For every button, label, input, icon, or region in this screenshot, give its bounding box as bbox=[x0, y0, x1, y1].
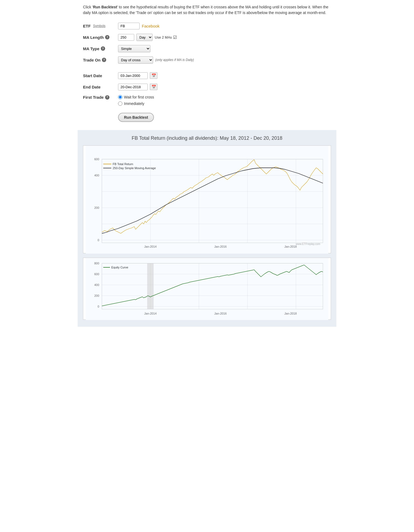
first-trade-label: First Trade ? bbox=[83, 95, 118, 100]
ma-type-row: MA Type ? Simple Exponential Weighted bbox=[83, 44, 331, 53]
chart-section: FB Total Return (including all dividends… bbox=[78, 130, 336, 327]
svg-text:0: 0 bbox=[98, 305, 99, 308]
ma-length-help-icon[interactable]: ? bbox=[105, 35, 109, 39]
end-date-row: End Date 📅 bbox=[83, 83, 331, 91]
end-date-picker-icon[interactable]: 📅 bbox=[150, 84, 157, 90]
first-trade-radio1[interactable] bbox=[118, 95, 122, 99]
etf-row: ETF Symbols Facebook bbox=[83, 22, 331, 30]
x-label-2016: Jan-2016 bbox=[214, 245, 227, 248]
svg-text:600: 600 bbox=[94, 158, 99, 161]
use-2mas-checkbox[interactable]: ☑ bbox=[173, 35, 177, 40]
first-trade-label2: Immediately bbox=[124, 101, 144, 106]
symbols-link[interactable]: Symbols bbox=[93, 24, 105, 28]
svg-text:800: 800 bbox=[94, 262, 99, 265]
ma-type-controls: Simple Exponential Weighted bbox=[118, 45, 150, 52]
equity-chart-svg: 800 600 400 200 0 Equity Curve Jan-2014 … bbox=[83, 258, 331, 320]
start-date-label: Start Date bbox=[83, 73, 118, 78]
run-backtest-button[interactable]: Run Backtest bbox=[118, 113, 154, 122]
svg-text:200: 200 bbox=[94, 294, 99, 297]
trade-on-controls: Day of cross Next day Month-end (only ap… bbox=[118, 56, 194, 64]
first-trade-radio2[interactable] bbox=[118, 101, 122, 106]
symbol-input[interactable] bbox=[118, 23, 140, 29]
first-trade-label1: Wait for first cross bbox=[124, 95, 154, 99]
etf-name-link[interactable]: Facebook bbox=[142, 24, 160, 28]
svg-text:600: 600 bbox=[94, 272, 99, 276]
start-date-input[interactable] bbox=[118, 72, 148, 79]
ma-type-label: MA Type ? bbox=[83, 46, 118, 51]
trade-on-select[interactable]: Day of cross Next day Month-end bbox=[118, 56, 153, 64]
trade-on-help-icon[interactable]: ? bbox=[102, 58, 106, 62]
trade-on-row: Trade On ? Day of cross Next day Month-e… bbox=[83, 56, 331, 64]
first-trade-option1[interactable]: Wait for first cross bbox=[118, 95, 154, 99]
ma-length-controls: Day Week Month Use 2 MAs ☑ bbox=[118, 34, 177, 41]
ma-unit-select[interactable]: Day Week Month bbox=[136, 34, 153, 41]
equity-legend-label: Equity Curve bbox=[111, 266, 128, 269]
equity-x-label-2014: Jan-2014 bbox=[144, 312, 157, 315]
watermark: www.ETFreplay.com bbox=[295, 243, 320, 245]
equity-x-label-2018: Jan-2018 bbox=[284, 312, 297, 315]
ma-type-help-icon[interactable]: ? bbox=[101, 46, 105, 51]
run-backtest-ref: Run Backtest bbox=[93, 5, 117, 9]
use-2mas-label: Use 2 MAs bbox=[155, 35, 172, 39]
start-date-controls: 📅 bbox=[118, 72, 157, 79]
use-2mas-container: Use 2 MAs ☑ bbox=[155, 35, 177, 40]
first-trade-help-icon[interactable]: ? bbox=[105, 95, 109, 100]
trade-on-note: (only applies if MA is Daily) bbox=[155, 58, 194, 62]
svg-rect-0 bbox=[86, 146, 328, 254]
first-trade-radio-group: Wait for first cross Immediately bbox=[118, 95, 154, 106]
x-label-2018: Jan-2018 bbox=[284, 245, 297, 248]
intro-section: Click 'Run Backtest' to see the hypothet… bbox=[78, 0, 336, 19]
end-date-controls: 📅 bbox=[118, 84, 157, 90]
x-label-2014: Jan-2014 bbox=[144, 245, 157, 248]
end-date-label: End Date bbox=[83, 85, 118, 89]
main-chart-svg: 600 400 200 0 FB Total Return 250-Day Si… bbox=[83, 146, 331, 254]
etf-label: ETF Symbols bbox=[83, 24, 118, 28]
form-section: ETF Symbols Facebook MA Length ? Day Wee… bbox=[78, 19, 336, 127]
ma-length-label: MA Length ? bbox=[83, 35, 118, 40]
chart-title: FB Total Return (including all dividends… bbox=[83, 135, 331, 141]
main-chart-container: 600 400 200 0 FB Total Return 250-Day Si… bbox=[83, 145, 331, 253]
shaded-region bbox=[147, 263, 154, 309]
ma-length-input[interactable] bbox=[118, 34, 134, 41]
svg-text:400: 400 bbox=[94, 174, 99, 177]
first-trade-option2[interactable]: Immediately bbox=[118, 101, 154, 106]
svg-text:400: 400 bbox=[94, 283, 99, 287]
start-date-picker-icon[interactable]: 📅 bbox=[150, 72, 157, 79]
end-date-input[interactable] bbox=[118, 84, 148, 90]
etf-controls: Facebook bbox=[118, 23, 160, 29]
svg-text:200: 200 bbox=[94, 206, 99, 209]
first-trade-row: First Trade ? Wait for first cross Immed… bbox=[83, 94, 331, 106]
svg-text:0: 0 bbox=[98, 238, 99, 242]
ma-type-select[interactable]: Simple Exponential Weighted bbox=[118, 45, 150, 52]
legend-label2: 250-Day Simple Moving Average bbox=[113, 166, 156, 170]
trade-on-label: Trade On ? bbox=[83, 58, 118, 62]
legend-label1: FB Total Return bbox=[113, 162, 133, 166]
equity-x-label-2016: Jan-2016 bbox=[214, 312, 227, 315]
start-date-row: Start Date 📅 bbox=[83, 71, 331, 80]
ma-length-row: MA Length ? Day Week Month Use 2 MAs ☑ bbox=[83, 33, 331, 42]
equity-chart-container: 800 600 400 200 0 Equity Curve Jan-2014 … bbox=[83, 258, 331, 320]
